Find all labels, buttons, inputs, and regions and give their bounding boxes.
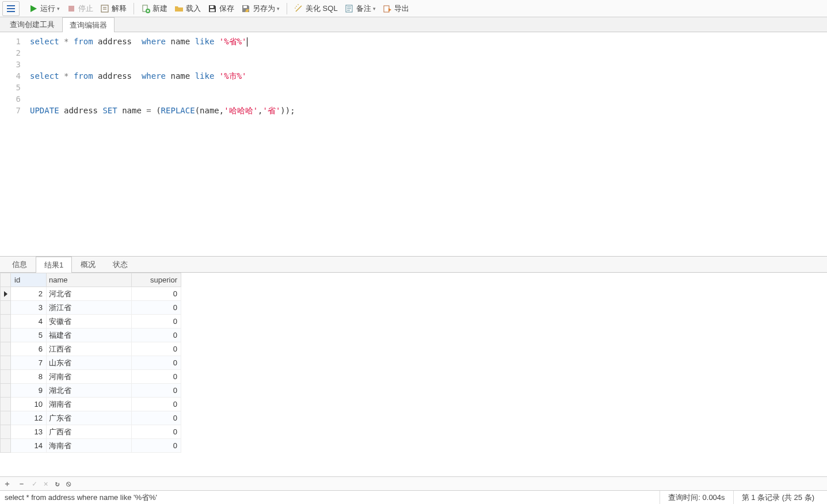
svg-rect-0	[68, 6, 74, 12]
cell[interactable]: 0	[132, 356, 181, 370]
cell[interactable]: 13	[11, 425, 47, 439]
tab-profile[interactable]: 概况	[72, 256, 104, 272]
cell[interactable]: 5	[11, 329, 47, 342]
cell[interactable]: 10	[11, 398, 47, 411]
code-area[interactable]: select * from address where name like '%…	[25, 32, 827, 256]
cell[interactable]: 河南省	[47, 370, 132, 384]
table-row[interactable]: 5福建省0	[1, 329, 181, 342]
table-row[interactable]: 6江西省0	[1, 342, 181, 356]
commit-button[interactable]: ✓	[32, 479, 37, 488]
table-row[interactable]: 10湖南省0	[1, 398, 181, 411]
table-row[interactable]: 13广西省0	[1, 425, 181, 439]
cell[interactable]: 0	[132, 425, 181, 439]
new-label: 新建	[153, 3, 167, 14]
cell[interactable]: 8	[11, 370, 47, 384]
run-label: 运行	[40, 3, 55, 14]
hamburger-menu-button[interactable]	[2, 1, 20, 16]
cell[interactable]: 湖北省	[47, 384, 132, 398]
table-row[interactable]: 14海南省0	[1, 439, 181, 453]
dropdown-icon: ▾	[57, 6, 60, 12]
cell[interactable]: 6	[11, 342, 47, 356]
new-button[interactable]: 新建	[138, 1, 171, 16]
table-row[interactable]: 8河南省0	[1, 370, 181, 384]
table-row[interactable]: 7山东省0	[1, 356, 181, 370]
table-row[interactable]: 9湖北省0	[1, 384, 181, 398]
toolbar-separator	[134, 3, 134, 14]
tab-result1[interactable]: 结果1	[36, 257, 72, 273]
explain-icon	[100, 4, 109, 13]
cell[interactable]: 2	[11, 287, 47, 301]
hamburger-icon	[7, 5, 15, 12]
editor-tabs: 查询创建工具 查询编辑器	[0, 17, 827, 32]
cell[interactable]: 0	[132, 398, 181, 411]
tab-info[interactable]: 信息	[3, 256, 36, 272]
main-toolbar: 运行 ▾ 停止 解释 新建 载入 保存 另存为 ▾ 美化 SQL 备注 ▾ 导出	[0, 0, 827, 17]
save-button[interactable]: 保存	[204, 1, 238, 16]
table-row[interactable]: 12广东省0	[1, 411, 181, 425]
cell[interactable]: 福建省	[47, 329, 132, 342]
delete-row-button[interactable]: －	[18, 479, 25, 489]
stop-button[interactable]: 停止	[63, 1, 97, 16]
cell[interactable]: 0	[132, 370, 181, 384]
column-header[interactable]: name	[47, 273, 132, 287]
result-grid[interactable]: idnamesuperior 2河北省03浙江省04安徽省05福建省06江西省0…	[0, 273, 181, 453]
stop-fetch-button[interactable]: ⦸	[66, 479, 71, 488]
wand-icon	[294, 4, 303, 13]
load-button[interactable]: 载入	[171, 1, 204, 16]
cell[interactable]: 3	[11, 301, 47, 315]
column-header[interactable]: superior	[132, 273, 181, 287]
cell[interactable]: 0	[132, 301, 181, 315]
table-row[interactable]: 2河北省0	[1, 287, 181, 301]
svg-rect-4	[210, 6, 214, 8]
sql-editor[interactable]: 1234567 select * from address where name…	[0, 32, 827, 257]
save-as-button[interactable]: 另存为 ▾	[238, 1, 283, 16]
run-button[interactable]: 运行 ▾	[25, 1, 63, 16]
table-row[interactable]: 4安徽省0	[1, 315, 181, 329]
cell[interactable]: 7	[11, 356, 47, 370]
cell[interactable]: 12	[11, 411, 47, 425]
column-header[interactable]: id	[11, 273, 47, 287]
cell[interactable]: 0	[132, 439, 181, 453]
status-records: 第 1 条记录 (共 25 条)	[733, 491, 822, 504]
cell[interactable]: 0	[132, 329, 181, 342]
add-row-button[interactable]: ＋	[3, 479, 11, 489]
cell[interactable]: 广东省	[47, 411, 132, 425]
result-grid-container[interactable]: idnamesuperior 2河北省03浙江省04安徽省05福建省06江西省0…	[0, 273, 827, 476]
cell[interactable]: 山东省	[47, 356, 132, 370]
cell[interactable]: 4	[11, 315, 47, 329]
cell[interactable]: 江西省	[47, 342, 132, 356]
cell[interactable]: 安徽省	[47, 315, 132, 329]
refresh-button[interactable]: ↻	[55, 479, 60, 488]
svg-rect-1	[101, 5, 108, 12]
cell[interactable]: 广西省	[47, 425, 132, 439]
notes-label: 备注	[356, 3, 371, 14]
explain-label: 解释	[112, 3, 127, 14]
tab-query-builder[interactable]: 查询创建工具	[2, 17, 62, 32]
export-label: 导出	[394, 3, 409, 14]
cell[interactable]: 0	[132, 411, 181, 425]
save-icon	[208, 4, 217, 13]
cell[interactable]: 14	[11, 439, 47, 453]
line-gutter: 1234567	[0, 32, 25, 256]
tab-status[interactable]: 状态	[104, 256, 136, 272]
save-label: 保存	[219, 3, 234, 14]
cell[interactable]: 海南省	[47, 439, 132, 453]
cell[interactable]: 0	[132, 287, 181, 301]
notes-button[interactable]: 备注 ▾	[341, 1, 379, 16]
cell[interactable]: 浙江省	[47, 301, 132, 315]
cell[interactable]: 0	[132, 315, 181, 329]
svg-rect-5	[210, 9, 215, 12]
cell[interactable]: 0	[132, 384, 181, 398]
tab-query-editor[interactable]: 查询编辑器	[62, 17, 115, 32]
explain-button[interactable]: 解释	[97, 1, 130, 16]
save-as-icon	[241, 4, 250, 13]
export-button[interactable]: 导出	[379, 1, 413, 16]
cancel-button[interactable]: ✕	[44, 479, 48, 488]
beautify-button[interactable]: 美化 SQL	[291, 1, 341, 16]
cell[interactable]: 河北省	[47, 287, 132, 301]
table-row[interactable]: 3浙江省0	[1, 301, 181, 315]
cell[interactable]: 9	[11, 384, 47, 398]
cell[interactable]: 湖南省	[47, 398, 132, 411]
row-pointer-icon	[1, 287, 11, 301]
cell[interactable]: 0	[132, 342, 181, 356]
